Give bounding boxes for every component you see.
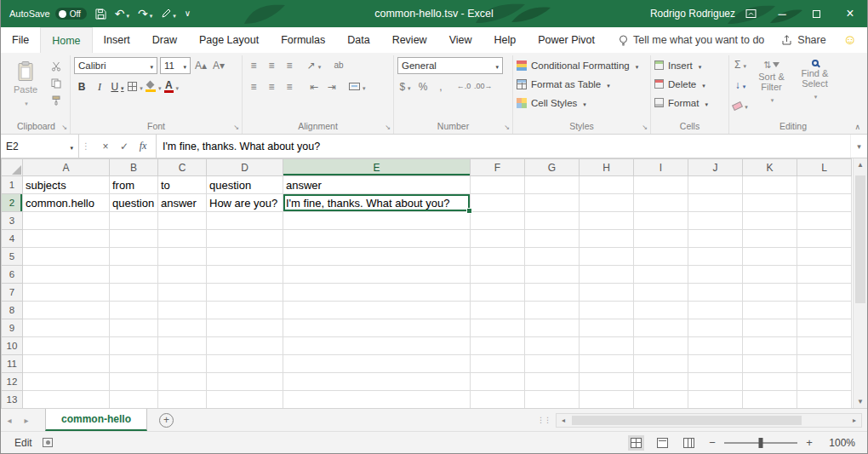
cell-A13[interactable]: [23, 391, 110, 409]
horizontal-scrollbar[interactable]: ◂ ▸: [556, 413, 862, 428]
cell-B4[interactable]: [110, 230, 158, 248]
cell-K7[interactable]: [743, 284, 797, 302]
cell-C12[interactable]: [158, 373, 207, 391]
cell-D12[interactable]: [207, 373, 283, 391]
cell-I13[interactable]: [634, 391, 688, 409]
cell-D11[interactable]: [207, 355, 283, 373]
cell-A4[interactable]: [23, 230, 110, 248]
cell-C11[interactable]: [158, 355, 207, 373]
cell-K8[interactable]: [743, 302, 797, 319]
cell-F10[interactable]: [471, 337, 525, 355]
decrease-font-size-button[interactable]: A▾: [211, 57, 226, 74]
cell-I7[interactable]: [634, 284, 688, 302]
cell-F13[interactable]: [471, 391, 525, 409]
cell-A11[interactable]: [23, 355, 110, 373]
cell-A3[interactable]: [23, 212, 110, 230]
cell-E11[interactable]: [283, 355, 471, 373]
cell-H2[interactable]: [580, 194, 634, 212]
column-header-g[interactable]: G: [525, 159, 580, 176]
cell-B7[interactable]: [110, 284, 158, 302]
number-format-select[interactable]: General: [397, 57, 503, 74]
cell-F8[interactable]: [471, 302, 525, 319]
merge-center-button[interactable]: [349, 78, 366, 95]
cell-styles-button[interactable]: Cell Styles: [517, 94, 586, 112]
tab-help[interactable]: Help: [483, 27, 528, 53]
cell-E6[interactable]: [283, 266, 471, 284]
cell-B2[interactable]: question: [110, 194, 158, 212]
font-name-select[interactable]: Calibri: [74, 57, 157, 74]
clear-button[interactable]: [733, 97, 748, 114]
select-all-button[interactable]: [2, 159, 23, 176]
cell-L11[interactable]: [797, 355, 852, 373]
row-header-11[interactable]: 11: [2, 355, 23, 373]
font-color-button[interactable]: A: [164, 78, 180, 95]
macro-record-icon[interactable]: [43, 438, 53, 447]
cell-B10[interactable]: [110, 337, 158, 355]
cell-K13[interactable]: [743, 391, 797, 409]
tab-power-pivot[interactable]: Power Pivot: [527, 27, 606, 53]
cell-C7[interactable]: [158, 284, 207, 302]
format-cells-button[interactable]: Format: [654, 94, 708, 112]
cell-J1[interactable]: [688, 176, 743, 194]
zoom-slider-thumb[interactable]: [759, 438, 763, 448]
tell-me-search[interactable]: Tell me what you want to do: [619, 34, 764, 46]
cell-K12[interactable]: [743, 373, 797, 391]
new-sheet-button[interactable]: +: [159, 413, 174, 428]
cell-B13[interactable]: [110, 391, 158, 409]
cell-J10[interactable]: [688, 337, 743, 355]
cell-K10[interactable]: [743, 337, 797, 355]
cell-I6[interactable]: [634, 266, 688, 284]
cell-A9[interactable]: [23, 319, 110, 337]
sheet-nav-right-icon[interactable]: ▸: [18, 409, 35, 431]
tab-review[interactable]: Review: [381, 27, 438, 53]
cell-G13[interactable]: [525, 391, 580, 409]
ribbon-display-options-button[interactable]: [745, 9, 757, 19]
collapse-ribbon-button[interactable]: ∧: [854, 123, 860, 131]
row-header-10[interactable]: 10: [2, 337, 23, 355]
enter-button[interactable]: ✓: [117, 141, 132, 152]
cell-F4[interactable]: [471, 230, 525, 248]
cell-C9[interactable]: [158, 319, 207, 337]
row-header-3[interactable]: 3: [2, 212, 23, 230]
row-header-4[interactable]: 4: [2, 230, 23, 248]
cell-G5[interactable]: [525, 248, 580, 266]
insert-function-button[interactable]: fx: [135, 140, 151, 152]
feedback-smiley-icon[interactable]: ☺: [843, 32, 857, 48]
cell-J11[interactable]: [688, 355, 743, 373]
cell-A12[interactable]: [23, 373, 110, 391]
formula-input[interactable]: I'm fine, thanks. What about you?: [157, 135, 850, 158]
cell-K11[interactable]: [743, 355, 797, 373]
cell-L6[interactable]: [797, 266, 852, 284]
normal-view-button[interactable]: [628, 435, 644, 451]
cell-B8[interactable]: [110, 302, 158, 319]
autosave-toggle[interactable]: AutoSave Off: [9, 8, 87, 20]
cell-I1[interactable]: [634, 176, 688, 194]
align-center-button[interactable]: ≡: [264, 78, 279, 95]
cell-B5[interactable]: [110, 248, 158, 266]
cell-C4[interactable]: [158, 230, 207, 248]
tab-splitter-grip[interactable]: ⋮⋮: [532, 416, 556, 424]
cell-L2[interactable]: [797, 194, 852, 212]
align-top-button[interactable]: ≡: [246, 57, 261, 74]
cell-G6[interactable]: [525, 266, 580, 284]
column-header-f[interactable]: F: [471, 159, 525, 176]
cell-H9[interactable]: [580, 319, 634, 337]
conditional-formatting-button[interactable]: Conditional Formatting: [517, 56, 638, 74]
cell-B3[interactable]: [110, 212, 158, 230]
cell-L13[interactable]: [797, 391, 852, 409]
name-box[interactable]: E2: [1, 135, 79, 158]
share-button[interactable]: Share: [781, 34, 825, 46]
cell-B9[interactable]: [110, 319, 158, 337]
row-header-8[interactable]: 8: [2, 302, 23, 319]
cell-F9[interactable]: [471, 319, 525, 337]
row-header-2[interactable]: 2: [2, 194, 23, 212]
column-header-d[interactable]: D: [207, 159, 283, 176]
comma-style-button[interactable]: ,: [433, 78, 448, 95]
cell-J3[interactable]: [688, 212, 743, 230]
cell-D4[interactable]: [207, 230, 283, 248]
sheet-tab-common-hello[interactable]: common-hello: [45, 409, 147, 431]
cell-H12[interactable]: [580, 373, 634, 391]
cell-F7[interactable]: [471, 284, 525, 302]
cell-F12[interactable]: [471, 373, 525, 391]
alignment-dialog-launcher[interactable]: ↘: [385, 124, 391, 131]
